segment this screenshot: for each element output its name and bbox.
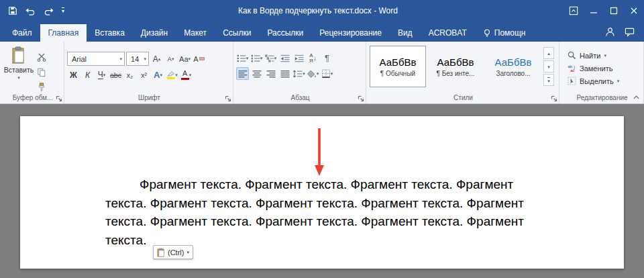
underline-label: Ч xyxy=(98,71,103,79)
styles-scroll-up-icon[interactable]: ▴ xyxy=(543,47,554,59)
close-button[interactable] xyxy=(624,0,644,21)
bullets-button[interactable]: ▾ xyxy=(236,52,249,64)
save-icon[interactable] xyxy=(8,6,17,15)
paste-options-button[interactable]: (Ctrl) ▾ xyxy=(153,245,193,259)
align-center-button[interactable] xyxy=(250,67,263,80)
copy-button[interactable] xyxy=(35,66,48,79)
italic-button[interactable]: К xyxy=(81,68,94,81)
sign-in-icon[interactable] xyxy=(605,27,615,37)
font-name-caret-icon: ▾ xyxy=(119,56,122,61)
maximize-button[interactable] xyxy=(604,0,624,21)
text-effects-button[interactable]: А▾ xyxy=(152,68,164,81)
select-button[interactable]: Выделить ▾ xyxy=(568,77,642,85)
sort-button[interactable]: А Я ↓ xyxy=(307,52,319,64)
highlight-color-bar xyxy=(167,77,175,79)
cut-button[interactable] xyxy=(35,51,48,64)
tab-file[interactable]: Файл xyxy=(4,24,40,42)
change-case-button[interactable]: Аа▾ xyxy=(178,52,191,65)
increase-indent-button[interactable] xyxy=(292,52,305,64)
customize-quick-access-icon[interactable]: ▾ xyxy=(62,7,64,14)
ribbon-display-options-icon[interactable] xyxy=(564,0,584,21)
style-heading-label: Заголово... xyxy=(496,70,531,77)
document-page[interactable]: Фрагмент текста. Фрагмент текста. Фрагме… xyxy=(20,116,624,269)
style-no-spacing[interactable]: АаБбВв ¶ Без инте... xyxy=(427,46,484,87)
svg-text:ab: ab xyxy=(568,64,572,68)
font-color-button[interactable]: А ▾ xyxy=(180,68,193,81)
tab-insert[interactable]: Вставка xyxy=(87,24,133,42)
change-case-caret-icon: ▾ xyxy=(189,56,191,61)
subscript-button[interactable]: x₂ xyxy=(123,68,136,81)
clipboard-dialog-launcher-icon[interactable] xyxy=(55,95,62,102)
change-case-label: Аа xyxy=(179,55,189,63)
styles-more-icon[interactable]: ▾ xyxy=(543,74,554,86)
font-name-combobox[interactable]: Arial ▾ xyxy=(67,52,125,66)
decrease-indent-button[interactable] xyxy=(278,52,291,64)
borders-button[interactable]: ▾ xyxy=(321,67,333,80)
highlight-color-button[interactable]: ▾ xyxy=(166,68,178,81)
multilevel-list-button[interactable]: ▾ xyxy=(264,52,277,64)
style-heading[interactable]: АаБбВв Заголово... xyxy=(485,46,541,87)
format-painter-button[interactable] xyxy=(35,81,48,93)
paste-options-clipboard-icon xyxy=(157,248,165,257)
group-styles: АаБбВв ¶ Обычный АаБбВв ¶ Без инте... Аа… xyxy=(366,42,559,103)
select-label: Выделить xyxy=(580,77,614,85)
grow-font-button[interactable]: А▴ xyxy=(150,52,163,65)
font-dialog-launcher-icon[interactable] xyxy=(224,95,231,102)
tab-view[interactable]: Вид xyxy=(390,24,421,42)
feedback-icon[interactable] xyxy=(625,27,635,37)
multilevel-caret-icon: ▾ xyxy=(274,56,277,60)
find-button[interactable]: Найти ▾ xyxy=(568,51,642,60)
strikethrough-button[interactable]: abc xyxy=(109,68,122,81)
text-line: текста. Фрагмент текста. Фрагмент текста… xyxy=(105,212,524,231)
font-color-caret-icon: ▾ xyxy=(189,73,192,77)
justify-button[interactable] xyxy=(278,67,291,80)
tab-tell-me[interactable]: Помощн xyxy=(475,24,534,42)
paragraph-dialog-launcher-icon[interactable] xyxy=(357,95,364,102)
tab-mailings[interactable]: Рассылки xyxy=(259,24,311,42)
replace-button[interactable]: abac Заменить xyxy=(568,64,642,73)
show-formatting-marks-button[interactable]: ¶ xyxy=(321,52,333,64)
superscript-button[interactable]: x² xyxy=(138,68,150,81)
tab-references[interactable]: Ссылки xyxy=(215,24,259,42)
paste-dropdown-caret-icon[interactable]: ▾ xyxy=(17,75,20,80)
shading-button[interactable]: ▾ xyxy=(307,67,319,80)
tab-acrobat[interactable]: ACROBAT xyxy=(421,24,475,42)
align-right-button[interactable] xyxy=(264,67,277,80)
paste-button[interactable]: Вставить ▾ xyxy=(3,43,35,93)
clear-formatting-button[interactable]: А xyxy=(193,52,205,65)
strikethrough-label: abc xyxy=(110,71,121,79)
underline-button[interactable]: Ч▾ xyxy=(95,68,108,81)
font-color-bar xyxy=(181,78,189,80)
styles-dialog-launcher-icon[interactable] xyxy=(550,95,557,102)
bold-button[interactable]: Ж xyxy=(67,68,80,81)
font-size-combobox[interactable]: 14 ▾ xyxy=(126,52,149,66)
style-no-spacing-preview: АаБбВв xyxy=(437,56,474,68)
style-no-spacing-label: ¶ Без инте... xyxy=(437,70,475,77)
numbering-caret-icon: ▾ xyxy=(260,56,263,60)
styles-up-caret: ▴ xyxy=(547,51,550,56)
tab-review[interactable]: Рецензирование xyxy=(311,24,390,42)
collapse-ribbon-icon[interactable] xyxy=(631,93,641,101)
shrink-font-button[interactable]: А▾ xyxy=(164,52,177,65)
lightbulb-icon xyxy=(483,29,491,38)
paste-options-label: (Ctrl) xyxy=(168,248,184,257)
shrink-font-caret-icon: ▾ xyxy=(172,56,174,61)
tab-layout[interactable]: Макет xyxy=(176,24,215,42)
grow-font-label: А xyxy=(153,54,158,64)
select-cursor-icon xyxy=(568,77,576,85)
align-left-button[interactable] xyxy=(236,67,249,80)
highlighter-icon xyxy=(166,71,175,79)
line-spacing-button[interactable]: ▾ xyxy=(292,67,305,80)
redo-icon[interactable] xyxy=(44,7,54,15)
undo-icon[interactable] xyxy=(25,7,36,15)
style-normal[interactable]: АаБбВв ¶ Обычный xyxy=(370,46,426,87)
styles-scroll-down-icon[interactable]: ▾ xyxy=(543,60,554,73)
tab-home[interactable]: Главная xyxy=(40,24,87,42)
tab-design[interactable]: Дизайн xyxy=(133,24,176,42)
minimize-button[interactable] xyxy=(584,0,604,21)
find-magnifier-icon xyxy=(568,51,576,60)
shading-caret-icon: ▾ xyxy=(317,71,319,76)
underline-caret-icon: ▾ xyxy=(103,73,106,77)
tab-view-label: Вид xyxy=(398,28,413,38)
numbering-button[interactable]: ▾ xyxy=(250,52,263,64)
